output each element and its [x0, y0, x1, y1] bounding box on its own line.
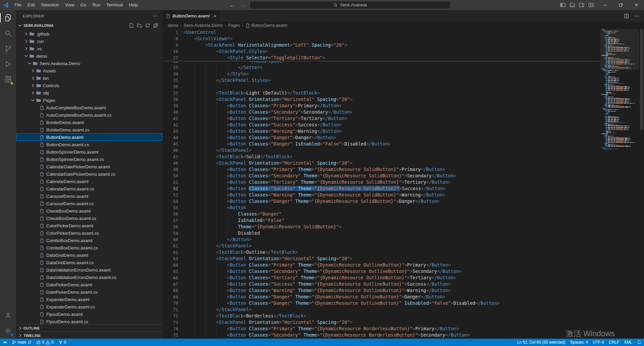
refresh-icon[interactable]	[145, 23, 150, 28]
code-line-69[interactable]: 69 <Button Classes="Danger" Theme="{Dyna…	[162, 294, 644, 300]
code-line-50[interactable]: 50 <Button Classes="Secondary" Theme="{D…	[162, 173, 644, 179]
tree-folder-assets[interactable]: Assets	[16, 67, 162, 74]
tree-folder-pages[interactable]: Pages	[16, 97, 162, 104]
code-line-61[interactable]: 61 </StackPanel>	[162, 243, 644, 249]
remote-indicator[interactable]: ><	[0, 339, 9, 346]
menu-run[interactable]: Run	[89, 0, 103, 10]
code-line-60[interactable]: 60 </Button>	[162, 236, 644, 243]
code-line-74[interactable]: 74 <Button Classes="Primary" Theme="{Dyn…	[162, 326, 644, 332]
explorer-more-icon[interactable]: ⋯	[153, 13, 158, 18]
code-line-44[interactable]: 44 <Button Classes="Danger">Danger</Butt…	[162, 134, 644, 141]
tree-folder-obj[interactable]: obj	[16, 89, 162, 97]
customize-layout-icon[interactable]	[587, 1, 595, 9]
indentation-setting[interactable]: Spaces: 4	[568, 339, 590, 346]
menu-edit[interactable]: Edit	[24, 0, 38, 10]
vertical-scrollbar[interactable]	[639, 29, 644, 339]
menu-selection[interactable]: Selection	[38, 0, 62, 10]
forward-arrow-icon[interactable]: →	[239, 2, 246, 8]
tab-close-icon[interactable]: ×	[214, 13, 217, 19]
tree-folder-bin[interactable]: bin	[16, 74, 162, 82]
code-line-39[interactable]: 39 <Button Classes="Primary">Primary</Bu…	[162, 103, 644, 109]
tree-file-comboboxdemo.axaml[interactable]: ComboBoxDemo.axaml	[16, 237, 162, 244]
breadcrumb-item[interactable]: ButtonDemo.axaml	[246, 23, 287, 28]
timeline-section[interactable]: TIMELINE	[16, 332, 162, 339]
breadcrumb-item[interactable]: Semi.Avalonia.Demo	[183, 23, 223, 28]
settings-gear-icon[interactable]	[0, 323, 16, 339]
run-debug-icon[interactable]	[0, 56, 16, 72]
code-line-43[interactable]: 43 <Button Classes="Warning">Warning</Bu…	[162, 128, 644, 134]
ports-indicator[interactable]: 0	[56, 339, 69, 346]
command-center-search[interactable]: Semi.Avalonia	[250, 1, 451, 9]
code-line-33[interactable]: 33 </Setter>	[162, 64, 644, 71]
code-line-58[interactable]: 58 Theme="{DynamicResource SolidButton}"…	[162, 224, 644, 230]
encoding-setting[interactable]: UTF-8	[590, 339, 606, 346]
code-line-41[interactable]: 41 <Button Classes="Tertiary">Tertiary</…	[162, 115, 644, 122]
problems-indicator[interactable]: 0 0	[34, 339, 56, 346]
tree-folder-semi.avalonia.demo[interactable]: Semi.Avalonia.Demo	[16, 60, 162, 67]
breadcrumb-item[interactable]: Pages	[228, 23, 240, 28]
minimize-button[interactable]	[598, 0, 613, 10]
tree-file-borderdemo.axaml.cs[interactable]: BorderDemo.axaml.cs	[16, 126, 162, 133]
tree-file-datepickerdemo.axaml[interactable]: DatePickerDemo.axaml	[16, 281, 162, 288]
code-line-47[interactable]: 47 <TextBlock>Solid</TextBlock>	[162, 154, 644, 160]
tree-file-calendardemo.axaml.cs[interactable]: CalendarDemo.axaml.cs	[16, 185, 162, 192]
code-line-68[interactable]: 68 <Button Classes="Warning" Theme="{Dyn…	[162, 287, 644, 294]
code-line-9[interactable]: 9 <StackPanel HorizontalAlignment="Left"…	[162, 42, 644, 48]
code-line-56[interactable]: 56 Classes="Danger"	[162, 211, 644, 217]
tree-file-calendardatepickerdemo.axaml.cs[interactable]: CalendarDatePickerDemo.axaml.cs	[16, 170, 162, 178]
code-line-55[interactable]: 55 <Button	[162, 205, 644, 211]
branch-indicator[interactable]: main	[9, 339, 34, 346]
code-line-64[interactable]: 64 <Button Classes="Primary" Theme="{Dyn…	[162, 262, 644, 268]
code-line-66[interactable]: 66 <Button Classes="Tertiary" Theme="{Dy…	[162, 275, 644, 281]
tree-file-datagriddemo.axaml[interactable]: DataGridDemo.axaml	[16, 251, 162, 259]
menu-go[interactable]: Go	[77, 0, 89, 10]
explorer-icon[interactable]	[0, 10, 16, 25]
tree-file-calendardemo.axaml[interactable]: CalendarDemo.axaml	[16, 178, 162, 185]
code-line-72[interactable]: 72 <TextBlock>Borderless</TextBlock>	[162, 313, 644, 319]
code-line-57[interactable]: 57 IsEnabled="False"	[162, 217, 644, 224]
extensions-icon[interactable]	[0, 72, 16, 87]
tree-file-colorpickerdemo.axaml[interactable]: ColorPickerDemo.axaml	[16, 222, 162, 229]
language-mode[interactable]: XML	[622, 339, 635, 346]
scrollbar-thumb[interactable]	[640, 29, 643, 130]
code-line-62[interactable]: 62 <TextBlock>Outline</TextBlock>	[162, 249, 644, 255]
project-root-row[interactable]: SEMI.AVALONIA	[16, 22, 162, 29]
code-line-63[interactable]: 63 <StackPanel Orientation="Horizontal" …	[162, 255, 644, 262]
code-line-65[interactable]: 65 <Button Classes="Secondary" Theme="{D…	[162, 268, 644, 275]
toggle-panel-icon[interactable]	[568, 1, 576, 9]
menu-file[interactable]: File	[11, 0, 24, 10]
code-line-73[interactable]: 73 <StackPanel Orientation="Horizontal" …	[162, 319, 644, 326]
code-line-46[interactable]: 46 </StackPanel>	[162, 147, 644, 154]
tree-file-checkboxdemo.axaml[interactable]: CheckBoxDemo.axaml	[16, 207, 162, 215]
tree-file-datavalidationerrorsdemo.axaml[interactable]: DataValidationErrorsDemo.axaml	[16, 266, 162, 274]
menu-view[interactable]: View	[62, 0, 77, 10]
tree-file-flyoutdemo.axaml.cs[interactable]: FlyoutDemo.axaml.cs	[16, 318, 162, 324]
outline-section[interactable]: OUTLINE	[16, 324, 162, 332]
search-sidebar-icon[interactable]	[0, 25, 16, 41]
tree-file-carouseldemo.axaml[interactable]: CarouselDemo.axaml	[16, 192, 162, 200]
code-line-10[interactable]: 10 <StackPanel.Styles>	[162, 48, 644, 55]
eol-setting[interactable]: CRLF	[606, 339, 622, 346]
collapse-all-icon[interactable]	[153, 23, 158, 28]
tree-folder-.run[interactable]: .run	[16, 38, 162, 45]
breadcrumb-item[interactable]: demo	[168, 23, 178, 28]
back-arrow-icon[interactable]: ←	[229, 2, 236, 8]
menu-terminal[interactable]: Terminal	[103, 0, 126, 10]
editor-more-icon[interactable]: ⋯	[634, 13, 639, 19]
tree-folder-.vs[interactable]: .vs	[16, 45, 162, 52]
code-line-27[interactable]: 27 <Style Selector="ToggleSplitButton">	[162, 55, 644, 61]
code-line-35[interactable]: 35 </StackPanel.Styles>	[162, 77, 644, 83]
tree-file-autocompleteboxdemo.axaml.cs[interactable]: AutoCompleteBoxDemo.axaml.cs	[16, 111, 162, 119]
tree-file-buttonspinnerdemo.axaml.cs[interactable]: ButtonSpinnerDemo.axaml.cs	[16, 156, 162, 163]
code-line-48[interactable]: 48 <StackPanel Orientation="Horizontal" …	[162, 160, 644, 166]
tree-file-checkboxdemo.axaml.cs[interactable]: CheckBoxDemo.axaml.cs	[16, 215, 162, 222]
tree-file-datagriddemo.axaml.cs[interactable]: DataGridDemo.axaml.cs	[16, 259, 162, 266]
tree-file-carouseldemo.axaml.cs[interactable]: CarouselDemo.axaml.cs	[16, 200, 162, 207]
code-line-1[interactable]: 1<UserControl	[162, 29, 644, 36]
code-line-59[interactable]: 59 Disabled	[162, 230, 644, 236]
toggle-sidebar-icon[interactable]	[559, 1, 567, 9]
code-line-40[interactable]: 40 <Button Classes="Secondary">Secondary…	[162, 109, 644, 115]
code-line-37[interactable]: 37 <TextBlock>Light (Default)</TextBlock…	[162, 90, 644, 96]
code-line-71[interactable]: 71 </StackPanel>	[162, 306, 644, 313]
code-line-8[interactable]: 8 <ScrollViewer>	[162, 36, 644, 42]
